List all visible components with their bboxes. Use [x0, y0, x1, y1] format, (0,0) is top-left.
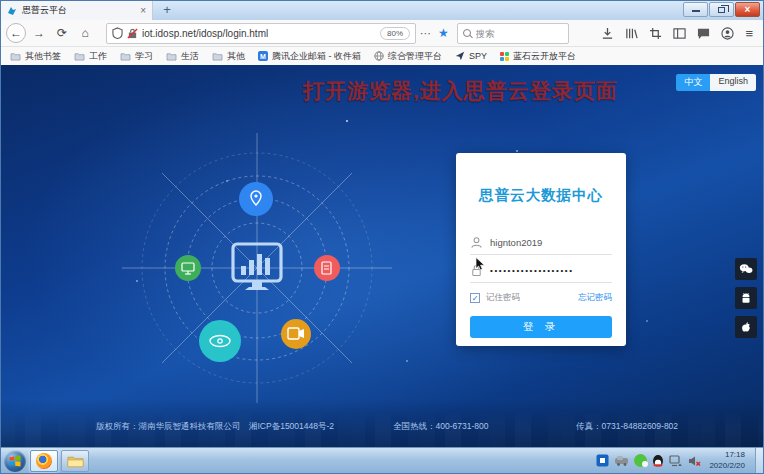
search-input[interactable]	[476, 28, 556, 39]
toolbar-icons: ≡	[601, 26, 758, 41]
mail-icon: M	[258, 51, 268, 61]
bookmark-life[interactable]: 生活	[166, 50, 199, 63]
search-box[interactable]	[457, 23, 569, 44]
apple-button[interactable]	[735, 316, 757, 338]
window-controls: ×	[683, 2, 760, 17]
show-desktop-button[interactable]	[755, 448, 763, 474]
tray-qq-icon[interactable]	[652, 454, 664, 468]
password-masked-value: •••••••••••••••••••	[490, 259, 574, 283]
windows-logo-icon	[9, 455, 21, 467]
remember-label: 记住密码	[486, 292, 520, 304]
username-field[interactable]	[470, 231, 612, 255]
apple-icon	[740, 321, 752, 334]
bookmark-work[interactable]: 工作	[74, 50, 107, 63]
account-icon[interactable]	[721, 27, 734, 40]
bookmark-spy[interactable]: SPY	[455, 51, 487, 61]
tray-network-icon[interactable]	[669, 455, 683, 467]
remember-checkbox[interactable]: ✓	[470, 293, 480, 303]
wechat-icon	[739, 263, 753, 275]
footer-copyright: 版权所有：湖南华辰智通科技有限公司 湘ICP备15001448号-2	[96, 421, 334, 433]
login-button[interactable]: 登 录	[470, 316, 612, 338]
download-icon[interactable]	[601, 27, 614, 40]
folder-icon	[74, 52, 85, 61]
monitor-icon	[175, 255, 201, 281]
taskbar-firefox-button[interactable]	[30, 450, 58, 472]
sidebar-icon[interactable]	[673, 27, 686, 40]
close-button[interactable]: ×	[735, 2, 760, 17]
tab-favicon	[7, 6, 17, 16]
close-icon: ×	[745, 4, 751, 15]
document-icon	[314, 255, 340, 281]
eye-icon	[199, 320, 241, 362]
user-icon	[470, 236, 483, 249]
desktop-screen: 思普云平台 × + × ← → ⟳ ⌂ iot.idosp.net/idosp/…	[0, 0, 764, 474]
navigation-toolbar: ← → ⟳ ⌂ iot.idosp.net/idosp/login.html 8…	[1, 20, 763, 47]
bookmark-study[interactable]: 学习	[120, 50, 153, 63]
forward-button[interactable]: →	[29, 23, 49, 43]
floating-contact-buttons	[735, 258, 757, 338]
bookmark-management-platform[interactable]: 综合管理平台	[374, 50, 442, 63]
password-field[interactable]: •••••••••••••••••••	[470, 259, 612, 283]
tray-device-icon[interactable]	[614, 455, 629, 466]
url-bar[interactable]: iot.idosp.net/idosp/login.html 80%	[106, 23, 416, 44]
messages-icon[interactable]	[697, 27, 710, 40]
footer-fax: 传真：0731-84882609-802	[576, 421, 678, 433]
login-title: 思普云大数据中心	[456, 186, 626, 205]
lang-english-button[interactable]: English	[710, 74, 756, 91]
video-camera-icon	[281, 319, 311, 349]
library-icon[interactable]	[625, 27, 638, 40]
folder-icon	[166, 52, 177, 61]
android-icon	[740, 292, 752, 305]
clock-date: 2020/2/20	[709, 461, 745, 471]
remember-row: ✓ 记住密码 忘记密码	[470, 292, 612, 304]
start-button[interactable]	[4, 450, 26, 472]
bookmark-other-bookmarks[interactable]: 其他书签	[10, 50, 61, 63]
wechat-button[interactable]	[735, 258, 757, 280]
language-toggle: 中文 English	[676, 74, 756, 91]
username-input[interactable]	[490, 237, 612, 248]
bookmark-tencent-mail[interactable]: M腾讯企业邮箱 - 收件箱	[258, 50, 361, 63]
taskbar: 17:18 2020/2/20	[1, 447, 763, 473]
tray-volume-muted-icon[interactable]	[688, 455, 701, 467]
taskbar-clock[interactable]: 17:18 2020/2/20	[709, 450, 745, 471]
restore-button[interactable]	[709, 2, 734, 17]
page-content: 打开游览器,进入思普云登录页面 中文 English	[1, 65, 763, 447]
screenshot-icon[interactable]	[649, 27, 662, 40]
bookmarks-bar: 其他书签 工作 学习 生活 其他 M腾讯企业邮箱 - 收件箱 综合管理平台 SP…	[1, 47, 763, 65]
footer-hotline: 全国热线：400-6731-800	[393, 421, 488, 433]
bookmark-star-icon[interactable]: ★	[436, 26, 451, 40]
tray-ime-icon[interactable]	[596, 454, 609, 467]
back-button[interactable]: ←	[6, 23, 26, 43]
folder-icon	[10, 52, 21, 61]
restore-icon	[718, 7, 725, 13]
forgot-password-link[interactable]: 忘记密码	[578, 292, 612, 304]
page-actions-icon[interactable]: ⋯	[416, 27, 436, 40]
taskbar-explorer-button[interactable]	[61, 450, 89, 472]
firefox-icon	[36, 453, 52, 469]
reload-button[interactable]: ⟳	[52, 23, 72, 43]
menu-icon[interactable]: ≡	[745, 26, 753, 41]
folder-icon	[120, 52, 131, 61]
tab-title: 思普云平台	[22, 4, 135, 17]
minimize-button[interactable]	[683, 2, 708, 17]
minimize-icon	[692, 7, 700, 12]
browser-tab[interactable]: 思普云平台 ×	[1, 1, 153, 20]
bookmark-other[interactable]: 其他	[212, 50, 245, 63]
map-location-icon	[239, 182, 273, 216]
lang-chinese-button[interactable]: 中文	[676, 74, 710, 91]
insecure-connection-icon	[127, 28, 138, 39]
bookmark-lanshi-cloud[interactable]: 蓝石云开放平台	[500, 50, 576, 63]
android-button[interactable]	[735, 287, 757, 309]
color-grid-icon	[500, 52, 509, 61]
tab-close-icon[interactable]: ×	[140, 5, 146, 16]
globe-icon	[374, 51, 384, 61]
zoom-level-indicator[interactable]: 80%	[380, 27, 410, 40]
home-button[interactable]: ⌂	[75, 23, 95, 43]
tray-wechat-icon[interactable]	[634, 454, 647, 467]
login-card: 思普云大数据中心 ••••••••••••••••••• ✓ 记住密码 忘记密码…	[456, 153, 626, 346]
url-text: iot.idosp.net/idosp/login.html	[142, 28, 376, 39]
lock-icon-wrap	[470, 264, 483, 277]
explorer-folder-icon	[67, 454, 84, 468]
mouse-cursor	[475, 257, 486, 271]
new-tab-button[interactable]: +	[159, 2, 175, 19]
